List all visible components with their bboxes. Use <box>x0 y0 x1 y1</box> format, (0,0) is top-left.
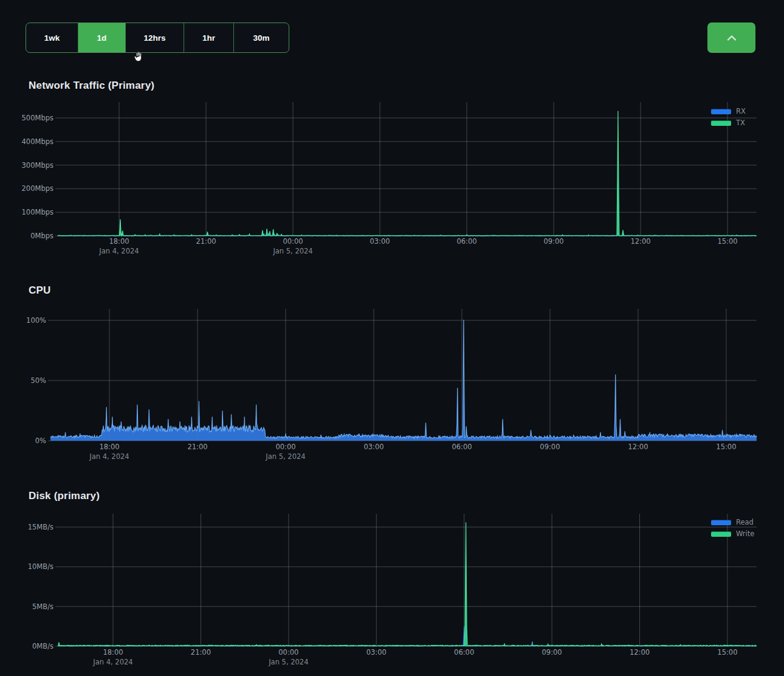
network-legend: RXTX <box>711 107 757 127</box>
y-tick-label: 50% <box>30 376 46 385</box>
x-tick-label: 18:00 <box>103 648 123 657</box>
x-date-label: Jan 4, 2024 <box>89 452 129 461</box>
y-tick-label: 100% <box>26 316 46 325</box>
series-line-read <box>58 626 757 646</box>
legend-swatch-write <box>711 531 731 537</box>
x-tick-label: 09:00 <box>543 237 563 246</box>
y-tick-label: 500Mbps <box>22 114 53 122</box>
x-tick-label: 03:00 <box>370 237 390 246</box>
x-date-label: Jan 4, 2024 <box>92 658 132 666</box>
time-range-button-1hr[interactable]: 1hr <box>184 23 234 52</box>
x-tick-label: 00:00 <box>275 443 295 451</box>
legend-swatch-read <box>711 520 731 525</box>
time-range-button-1d[interactable]: 1d <box>78 23 126 52</box>
y-tick-label: 300Mbps <box>22 161 53 170</box>
x-tick-label: 06:00 <box>452 443 472 451</box>
y-tick-label: 5MB/s <box>32 602 53 611</box>
x-tick-label: 21:00 <box>187 443 207 451</box>
y-tick-label: 10MB/s <box>28 562 53 571</box>
y-tick-label: 15MB/s <box>28 523 53 531</box>
x-tick-label: 03:00 <box>366 648 387 657</box>
time-range-button-30m[interactable]: 30m <box>234 23 289 52</box>
y-tick-label: 0MB/s <box>32 642 53 650</box>
legend-label: Read <box>736 518 757 526</box>
legend-item-read[interactable]: Read <box>711 518 757 526</box>
x-tick-label: 15:00 <box>717 237 737 246</box>
legend-swatch-rx <box>711 109 731 114</box>
network-chart[interactable]: 0Mbps100Mbps200Mbps300Mbps400Mbps500Mbps… <box>0 97 784 260</box>
legend-item-rx[interactable]: RX <box>711 107 757 116</box>
x-tick-label: 00:00 <box>283 237 303 246</box>
x-tick-label: 12:00 <box>630 648 650 657</box>
x-tick-label: 18:00 <box>99 443 119 451</box>
x-tick-label: 21:00 <box>196 237 216 246</box>
legend-label: TX <box>736 119 757 127</box>
legend-label: Write <box>736 529 757 538</box>
x-tick-label: 03:00 <box>363 443 383 451</box>
x-tick-label: 15:00 <box>716 443 736 451</box>
legend-item-write[interactable]: Write <box>711 529 757 538</box>
series-area-read <box>58 626 757 646</box>
x-tick-label: 06:00 <box>454 648 474 657</box>
legend-item-tx[interactable]: TX <box>711 119 757 127</box>
x-tick-label: 18:00 <box>109 237 129 246</box>
x-date-label: Jan 4, 2024 <box>98 247 139 255</box>
collapse-button[interactable] <box>707 22 755 53</box>
x-tick-label: 09:00 <box>540 443 560 451</box>
series-line-write <box>58 522 757 646</box>
x-date-label: Jan 5, 2024 <box>272 247 312 255</box>
disk-chart[interactable]: 0MB/s5MB/s10MB/s15MB/s18:00Jan 4, 202421… <box>0 509 784 676</box>
series-line-tx <box>58 111 757 236</box>
disk-legend: ReadWrite <box>711 518 757 538</box>
disk-chart-title: Disk (primary) <box>29 490 100 502</box>
series-area-tx <box>58 111 757 236</box>
series-line-cpu <box>50 320 757 438</box>
x-tick-label: 12:00 <box>630 237 650 246</box>
y-tick-label: 0Mbps <box>30 232 53 240</box>
legend-swatch-tx <box>711 120 731 126</box>
x-tick-label: 00:00 <box>278 648 298 657</box>
x-tick-label: 06:00 <box>456 237 476 246</box>
time-range-button-12hrs[interactable]: 12hrs <box>126 23 184 52</box>
cpu-chart[interactable]: 0%50%100%18:00Jan 4, 202421:0000:00Jan 5… <box>0 304 784 463</box>
time-range-button-1wk[interactable]: 1wk <box>26 23 78 52</box>
network-chart-title: Network Traffic (Primary) <box>29 80 154 92</box>
legend-label: RX <box>736 107 757 116</box>
y-tick-label: 400Mbps <box>22 137 53 146</box>
x-tick-label: 12:00 <box>628 443 648 451</box>
chevron-up-icon <box>727 35 737 41</box>
time-range-button-group: 1wk1d12hrs1hr30m <box>26 22 289 53</box>
y-tick-label: 200Mbps <box>22 184 53 193</box>
y-tick-label: 100Mbps <box>22 208 53 216</box>
x-date-label: Jan 5, 2024 <box>265 452 305 461</box>
x-tick-label: 21:00 <box>191 648 211 657</box>
y-tick-label: 0% <box>35 436 46 445</box>
x-tick-label: 09:00 <box>542 648 562 657</box>
cpu-chart-title: CPU <box>29 285 51 297</box>
x-tick-label: 15:00 <box>717 648 737 657</box>
x-date-label: Jan 5, 2024 <box>268 658 308 666</box>
series-area-write <box>58 522 757 646</box>
